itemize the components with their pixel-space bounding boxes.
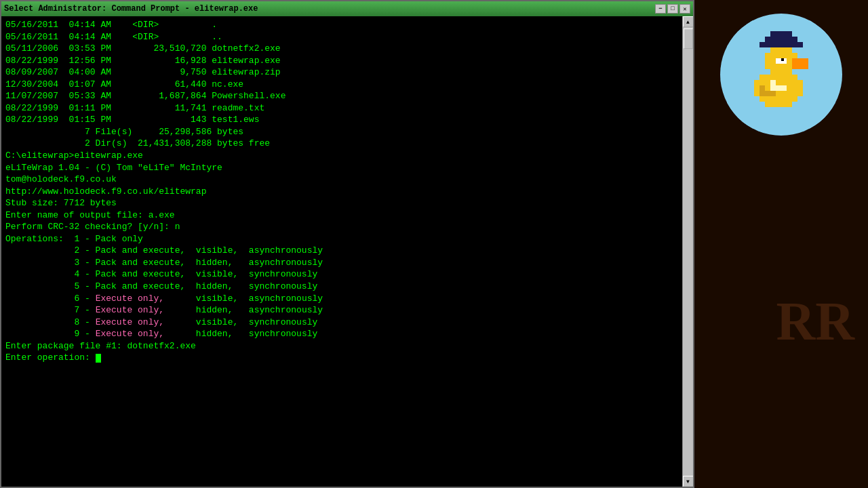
title-bar: Select Administrator: Command Prompt - e… [1,1,693,16]
highlighted-text: Execute only, [96,329,164,339]
terminal-line: 11/07/2007 05:33 AM 1,687,864 Powershell… [5,90,678,102]
terminal-line: Operations: 1 - Pack only [5,233,678,245]
highlighted-text: Execute only, [96,293,164,304]
terminal-body[interactable]: 05/16/2011 04:14 AM <DIR> .05/16/2011 04… [1,16,682,487]
duck-container [720,14,842,136]
title-bar-buttons: − □ ✕ [655,4,690,14]
close-button[interactable]: ✕ [679,4,690,14]
terminal-line: 7 - Execute only, hidden, asynchronously [5,304,678,317]
terminal-line: 8 - Execute only, visible, synchronously [5,317,678,329]
terminal-line: 2 Dir(s) 21,431,308,288 bytes free [5,138,678,150]
highlighted-text: Execute only, [96,317,164,327]
terminal-line: Enter package file #1: dotnetfx2.exe [5,340,678,352]
terminal-line: 2 - Pack and execute, visible, asynchron… [5,245,678,257]
cursor [96,354,101,363]
terminal-line: 6 - Execute only, visible, asynchronousl… [5,293,678,305]
terminal-line: 3 - Pack and execute, hidden, asynchrono… [5,257,678,269]
scroll-up-arrow[interactable]: ▲ [683,16,694,27]
terminal-line: 12/30/2004 01:07 AM 61,440 nc.exe [5,79,678,91]
scrollbar-thumb[interactable] [684,28,693,49]
terminal-line: 9 - Execute only, hidden, synchronously [5,328,678,340]
terminal-line: Enter name of output file: a.exe [5,209,678,222]
terminal-line: 08/09/2007 04:00 AM 9,750 elitewrap.zip [5,66,678,79]
duck-image [727,20,835,129]
right-panel: RR [694,0,868,488]
highlighted-text: Execute only, [96,305,164,315]
terminal-line: http://www.holodeck.f9.co.uk/elitewrap [5,186,678,198]
terminal-line: 4 - Pack and execute, visible, synchrono… [5,268,678,281]
terminal-line: 05/11/2006 03:53 PM 23,510,720 dotnetfx2… [5,43,678,55]
scroll-down-arrow[interactable]: ▼ [683,476,694,487]
terminal-line: 05/16/2011 04:14 AM <DIR> . [5,19,678,31]
terminal-content-area: 05/16/2011 04:14 AM <DIR> .05/16/2011 04… [1,16,693,487]
terminal-line: 5 - Pack and execute, hidden, synchronou… [5,281,678,293]
maximize-button[interactable]: □ [667,4,678,14]
terminal-line: 7 File(s) 25,298,586 bytes [5,126,678,138]
scrollbar[interactable]: ▲ ▼ [682,16,693,487]
terminal-line: 08/22/1999 01:15 PM 143 test1.ews [5,114,678,126]
terminal-line: 05/16/2011 04:14 AM <DIR> .. [5,31,678,43]
minimize-button[interactable]: − [655,4,666,14]
terminal-window: Select Administrator: Command Prompt - e… [0,0,694,488]
terminal-line: C:\elitewrap>elitewrap.exe [5,150,678,162]
terminal-line: Enter operation: [5,352,678,364]
window-title: Select Administrator: Command Prompt - e… [4,4,258,14]
rr-watermark: RR [776,291,854,352]
terminal-line: Perform CRC-32 checking? [y/n]: n [5,221,678,233]
terminal-line: Stub size: 7712 bytes [5,197,678,209]
terminal-line: tom@holodeck.f9.co.uk [5,174,678,186]
terminal-line: 08/22/1999 01:11 PM 11,741 readme.txt [5,102,678,115]
terminal-line: 08/22/1999 12:56 PM 16,928 elitewrap.exe [5,55,678,67]
terminal-line: eLiTeWrap 1.04 - (C) Tom "eLiTe" McIntyr… [5,162,678,174]
